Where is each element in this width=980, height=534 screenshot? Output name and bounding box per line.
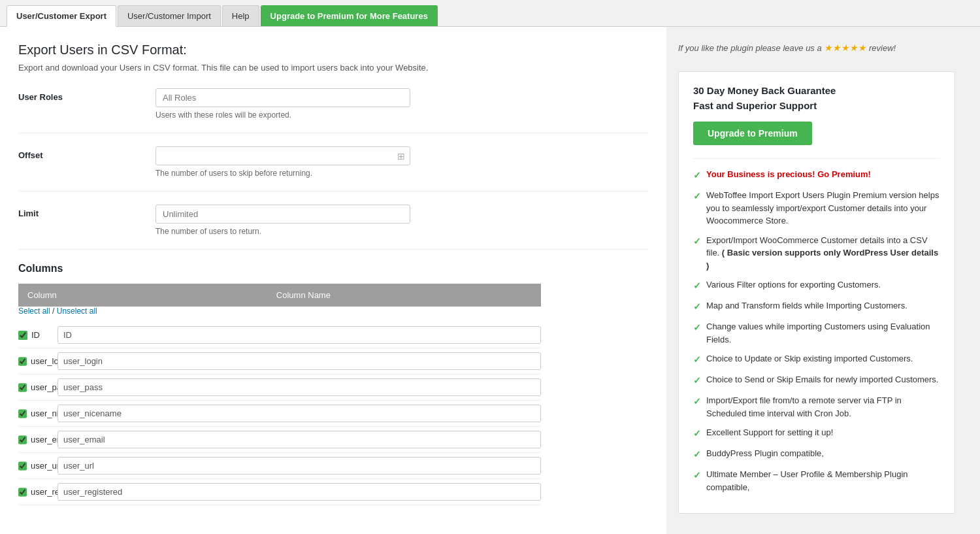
table-row: user_url (18, 453, 541, 479)
check-icon: ✓ (693, 395, 701, 409)
select-divider: / (52, 307, 57, 316)
limit-field: The number of users to return. (155, 205, 648, 236)
limit-input[interactable] (155, 205, 410, 224)
limit-label: Limit (18, 205, 155, 218)
col-checkbox-1[interactable] (18, 357, 27, 366)
list-item: ✓ Change values while importing Customer… (693, 320, 940, 346)
feature-text: Export/Import WooCommerce Customer detai… (706, 234, 940, 273)
check-icon: ✓ (693, 279, 701, 293)
col-header-column: Column (18, 284, 66, 307)
left-panel: Export Users in CSV Format: Export and d… (0, 27, 666, 534)
table-row: user_pass (18, 375, 541, 401)
column-rows-container: ID user_login user_pass user_nicename (18, 322, 648, 505)
feature-text: Choice to Update or Skip existing import… (706, 352, 913, 365)
promo-box: 30 Day Money Back Guarantee Fast and Sup… (678, 71, 955, 514)
page-title: Export Users in CSV Format: (18, 42, 648, 58)
list-item: ✓ Import/Export file from/to a remote se… (693, 394, 940, 420)
select-links: Select all / Unselect all (18, 307, 648, 316)
page-subtitle: Export and download your Users in CSV fo… (18, 63, 648, 73)
review-text-before: If you like the plugin please leave us a (678, 43, 822, 53)
upgrade-premium-button[interactable]: Upgrade to Premium (693, 122, 812, 145)
tab-import[interactable]: User/Customer Import (118, 5, 221, 26)
tab-export[interactable]: User/Customer Export (7, 5, 116, 27)
feature-text: Excellent Support for setting it up! (706, 426, 833, 439)
col-checkbox-6[interactable] (18, 488, 27, 497)
col-checkbox-5[interactable] (18, 461, 27, 471)
tab-upgrade[interactable]: Upgrade to Premium for More Features (261, 5, 438, 26)
col-check-1: user_login (18, 356, 57, 366)
col-check-5: user_url (18, 461, 57, 471)
offset-input[interactable]: 0 (155, 146, 410, 165)
grid-icon: ⊞ (397, 151, 405, 161)
check-icon: ✓ (693, 353, 701, 367)
feature-text: Choice to Send or Skip Emails for newly … (706, 373, 938, 386)
right-sidebar: If you like the plugin please leave us a… (666, 27, 967, 534)
tab-help[interactable]: Help (222, 5, 259, 26)
check-icon: ✓ (693, 448, 701, 461)
list-item: ✓ BuddyPress Plugin compatible, (693, 447, 940, 461)
col-checkbox-3[interactable] (18, 409, 27, 418)
list-item: ✓ Map and Transform fields while Importi… (693, 299, 940, 314)
col-checkbox-4[interactable] (18, 435, 27, 444)
columns-table: Column Column Name (18, 284, 541, 307)
col-name-input-1[interactable] (57, 352, 541, 370)
tabs-bar: User/Customer Export User/Customer Impor… (0, 0, 980, 27)
col-checkbox-0[interactable] (18, 331, 27, 340)
review-text-after: review! (869, 43, 896, 53)
col-check-0: ID (18, 330, 57, 340)
col-name-input-2[interactable] (57, 378, 541, 396)
col-name-input-4[interactable] (57, 431, 541, 448)
list-item: ✓ Various Filter options for exporting C… (693, 278, 940, 293)
columns-section-title: Columns (18, 263, 648, 275)
col-header-name: Column Name (66, 284, 541, 307)
user-roles-hint: Users with these roles will be exported. (155, 110, 648, 120)
unselect-all-link[interactable]: Unselect all (57, 307, 97, 316)
feature-text: WebToffee Import Export Users Plugin Pre… (706, 189, 940, 227)
offset-row: Offset 0 ⊞ The number of users to skip b… (18, 146, 648, 192)
list-item: ✓ Your Business is precious! Go Premium! (693, 168, 940, 182)
offset-hint: The number of users to skip before retur… (155, 169, 648, 178)
table-row: ID (18, 322, 541, 348)
user-roles-field: Users with these roles will be exported. (155, 88, 648, 120)
check-icon: ✓ (693, 321, 701, 335)
col-check-4: user_email (18, 435, 57, 444)
fast-support-label: Fast and Superior Support (693, 100, 940, 111)
col-check-2: user_pass (18, 382, 57, 392)
user-roles-row: User Roles Users with these roles will b… (18, 88, 648, 133)
feature-text: Change values while importing Customers … (706, 320, 940, 346)
col-name-input-5[interactable] (57, 457, 541, 475)
offset-label: Offset (18, 146, 155, 160)
list-item: ✓ WebToffee Import Export Users Plugin P… (693, 189, 940, 227)
offset-wrap: 0 ⊞ (155, 146, 410, 165)
check-icon: ✓ (693, 300, 701, 314)
table-row: user_registered (18, 479, 541, 505)
col-check-6: user_registered (18, 487, 57, 497)
list-item: ✓ Export/Import WooCommerce Customer det… (693, 234, 940, 273)
check-icon: ✓ (693, 427, 701, 441)
check-icon: ✓ (693, 169, 701, 182)
user-roles-input[interactable] (155, 88, 410, 107)
col-key-0: ID (31, 330, 40, 340)
select-all-link[interactable]: Select all (18, 307, 50, 316)
col-name-input-6[interactable] (57, 483, 541, 501)
feature-text: Various Filter options for exporting Cus… (706, 278, 881, 292)
list-item: ✓ Choice to Update or Skip existing impo… (693, 352, 940, 367)
review-stars: ★★★★★ (824, 42, 866, 53)
review-notice: If you like the plugin please leave us a… (678, 36, 955, 59)
table-row: user_email (18, 427, 541, 453)
user-roles-label: User Roles (18, 88, 155, 102)
check-icon: ✓ (693, 374, 701, 388)
check-icon: ✓ (693, 190, 701, 203)
limit-hint: The number of users to return. (155, 227, 648, 236)
col-name-input-3[interactable] (57, 405, 541, 422)
page-wrapper: User/Customer Export User/Customer Impor… (0, 0, 980, 534)
col-name-input-0[interactable] (57, 326, 541, 344)
feature-text: Map and Transform fields while Importing… (706, 299, 907, 312)
list-item: ✓ Excellent Support for setting it up! (693, 426, 940, 441)
columns-section: Columns Column Column Name Select all / … (18, 263, 648, 505)
feature-text: Ultimate Member – User Profile & Members… (706, 468, 940, 493)
col-checkbox-2[interactable] (18, 383, 27, 392)
list-item: ✓ Ultimate Member – User Profile & Membe… (693, 468, 940, 493)
list-item: ✓ Choice to Send or Skip Emails for newl… (693, 373, 940, 388)
promo-divider (693, 158, 940, 159)
